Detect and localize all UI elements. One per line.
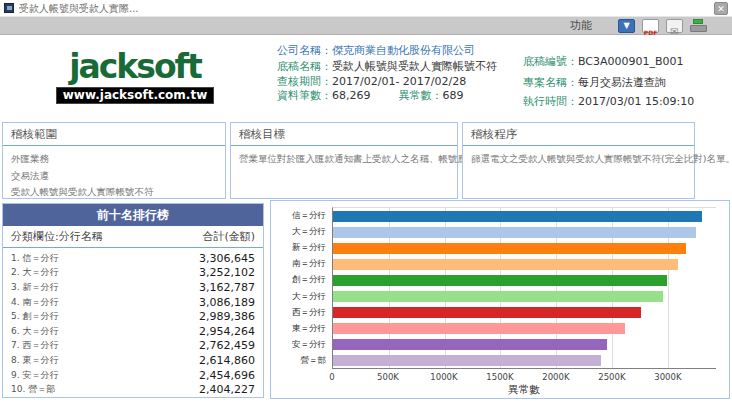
chart-xticks: 0500K1000K1500K2000K2500K3000K [332,372,716,382]
company-name-value: 傑克商業自動化股份有限公司 [332,44,475,57]
panel-text-line: 營業單位對於匯入匯款通知書上受款人之名稱、帳號應切實核對 [239,151,449,168]
anomaly-count-label: 異常數： [399,89,443,102]
branch-amount: 3,306,645 [199,252,255,265]
counts-row: 資料筆數：68,269異常數：689 [277,88,464,103]
audit-objective-title: 稽核目標 [231,123,457,146]
doc-number-value: BC3A000901_B001 [578,55,684,68]
audit-scope-panel: 稽核範圍 外匯業務交易法遵受款人帳號與受款人實際帳號不符 [2,122,226,199]
bar-category-label: 營＝部 [301,355,327,367]
branch-amount: 2,614,860 [199,354,255,367]
branch-amount: 2,454,696 [199,369,255,382]
window-titlebar: 受款人帳號與受款人實際... ✕ [0,0,732,16]
logo-url: www.jacksoft.com.tw [56,87,215,104]
panel-text-line: 外匯業務 [11,151,217,168]
bar-category-label: 安＝分行 [292,339,326,351]
table-row: 9. 安＝分行2,454,696 [11,368,255,383]
branch-name: 10. 營＝部 [11,383,55,396]
table-row: 2. 大＝分行3,252,102 [11,266,255,281]
toolbar-icons: PDF ✉ [618,19,707,33]
panel-body: 營業單位對於匯入匯款通知書上受款人之名稱、帳號應切實核對 [231,146,457,168]
column-branch-name: 分類欄位:分行名稱 [11,226,103,247]
bar-西＝分行 [333,307,641,318]
xtick-label: 0 [329,372,334,382]
audit-period-value: 2017/02/01- 2017/02/28 [332,75,466,88]
doc-number-label: 底稿編號： [523,55,578,68]
print-icon[interactable] [690,19,707,33]
jacksoft-logo: jacksoft www.jacksoft.com.tw [40,50,230,104]
table-row: 10. 營＝部2,404,227 [11,382,255,397]
table-row: 6. 大＝分行2,954,264 [11,324,255,339]
table-row: 1. 信＝分行3,306,645 [11,251,255,266]
panel-text-line: 受款人帳號與受款人實際帳號不符 [11,184,217,201]
window-title: 受款人帳號與受款人實際... [19,2,139,16]
bar-category-label: 創＝分行 [292,274,326,286]
company-name-label: 公司名稱： [277,44,332,57]
table-row: 7. 西＝分行2,762,459 [11,339,255,354]
bar-營＝部 [333,355,601,366]
xtick-label: 1500K [486,372,513,382]
table-row: 3. 新＝分行3,162,787 [11,280,255,295]
company-name-row: 公司名稱：傑克商業自動化股份有限公司 [277,43,475,58]
report-name-row: 底稿名稱：受款人帳號與受款人實際帳號不符 [277,59,497,74]
ranking-title: 前十名排行榜 [3,204,263,226]
project-name-label: 專案名稱： [523,76,578,89]
bar-東＝分行 [333,323,625,334]
branch-amount: 2,762,459 [199,339,255,352]
doc-number-row: 底稿編號：BC3A000901_B001 [523,54,684,69]
project-name-value: 每月交易法遵查詢 [578,76,666,89]
table-row: 5. 創＝分行2,989,386 [11,309,255,324]
branch-amount: 3,162,787 [199,281,255,294]
project-name-row: 專案名稱：每月交易法遵查詢 [523,75,666,90]
branch-amount: 3,252,102 [199,266,255,279]
mail-icon[interactable]: ✉ [666,19,683,33]
branch-name: 7. 西＝分行 [11,339,58,352]
chart-plot [332,207,716,369]
bar-南＝分行 [333,259,678,270]
ranking-column-headers: 分類欄位:分行名稱 合計(金額) [3,226,263,248]
audit-objective-panel: 稽核目標 營業單位對於匯入匯款通知書上受款人之名稱、帳號應切實核對 [230,122,458,199]
xtick-label: 500K [377,372,399,382]
bar-category-label: 大＝分行 [292,291,326,303]
xtick-label: 2000K [542,372,569,382]
pdf-icon[interactable]: PDF [642,19,659,33]
panel-body: 篩選電文之受款人帳號與受款人實際帳號不符(完全比對)名單。 [463,146,694,168]
chart-category-labels: 信＝分行大＝分行新＝分行南＝分行創＝分行大＝分行西＝分行東＝分行安＝分行營＝部 [271,207,329,369]
bar-新＝分行 [333,243,686,254]
audit-period-label: 查核期間： [277,75,332,88]
xtick-label: 2500K [598,372,625,382]
record-count-label: 資料筆數： [277,89,332,102]
record-count-value: 68,269 [332,89,371,102]
audit-period-row: 查核期間：2017/02/01- 2017/02/28 [277,74,466,89]
anomaly-bar-chart: 信＝分行大＝分行新＝分行南＝分行創＝分行大＝分行西＝分行東＝分行安＝分行營＝部 … [270,200,730,399]
column-total-amount: 合計(金額) [202,226,255,247]
branch-name: 1. 信＝分行 [11,252,58,265]
bar-category-label: 大＝分行 [292,226,326,238]
function-toolbar: 功能 PDF ✉ [0,16,732,35]
close-icon[interactable]: ✕ [714,2,728,15]
table-row: 4. 南＝分行3,086,189 [11,295,255,310]
bar-category-label: 西＝分行 [292,307,326,319]
exec-time-label: 執行時間： [523,95,578,108]
table-row: 8. 東＝分行2,614,860 [11,353,255,368]
branch-amount: 2,989,386 [199,310,255,323]
bar-信＝分行 [333,211,702,222]
branch-name: 9. 安＝分行 [11,369,58,382]
chart-xaxis-label: 異常數 [332,383,716,397]
logo-brand-text: jacksoft [40,50,230,84]
exec-time-row: 執行時間：2017/03/01 15:09:10 [523,94,694,109]
bar-category-label: 新＝分行 [292,242,326,254]
export-icon[interactable] [618,19,635,33]
branch-name: 3. 新＝分行 [11,281,58,294]
bar-category-label: 東＝分行 [292,323,326,335]
top10-ranking-table: 前十名排行榜 分類欄位:分行名稱 合計(金額) 1. 信＝分行3,306,645… [2,203,264,398]
bar-創＝分行 [333,275,667,286]
bar-大＝分行 [333,291,663,302]
xtick-label: 1000K [430,372,457,382]
audit-procedure-panel: 稽核程序 篩選電文之受款人帳號與受款人實際帳號不符(完全比對)名單。 [462,122,695,199]
bar-category-label: 南＝分行 [292,258,326,270]
panel-body: 外匯業務交易法遵受款人帳號與受款人實際帳號不符 [3,146,225,201]
branch-name: 5. 創＝分行 [11,310,58,323]
branch-name: 8. 東＝分行 [11,354,58,367]
branch-name: 4. 南＝分行 [11,296,58,309]
audit-scope-title: 稽核範圍 [3,123,225,146]
